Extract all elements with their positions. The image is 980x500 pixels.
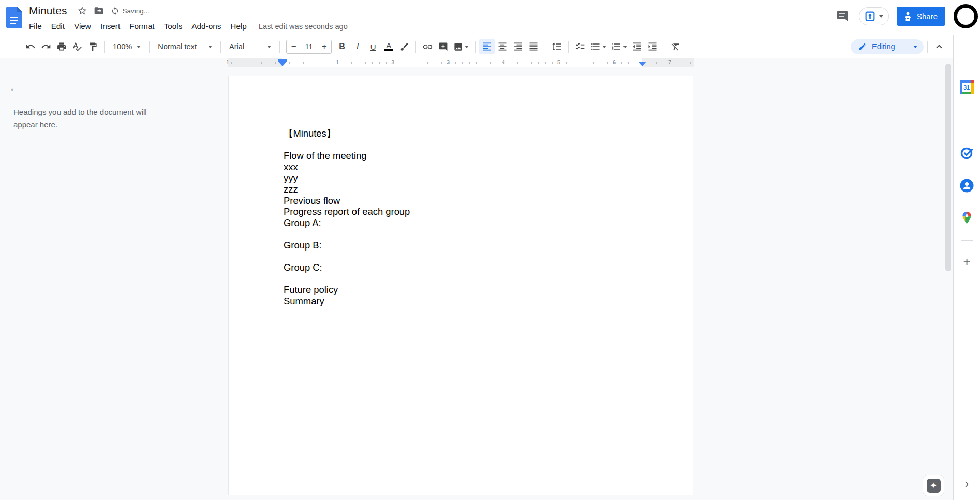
editing-mode-select[interactable]: Editing xyxy=(851,39,924,54)
right-indent-marker[interactable] xyxy=(638,62,646,66)
menu-help[interactable]: Help xyxy=(226,20,251,33)
doc-line[interactable]: zzz xyxy=(284,184,662,195)
calendar-day-label: 31 xyxy=(963,84,970,91)
doc-line[interactable] xyxy=(284,228,662,240)
menu-bar: File Edit View Insert Format Tools Add-o… xyxy=(24,19,348,34)
explore-button[interactable]: ✦ xyxy=(923,475,944,496)
menu-tools[interactable]: Tools xyxy=(159,20,187,33)
doc-line[interactable] xyxy=(284,273,662,285)
present-icon xyxy=(865,11,875,22)
align-right-button[interactable] xyxy=(510,39,526,54)
line-spacing-button[interactable] xyxy=(549,39,565,54)
add-comment-button[interactable] xyxy=(435,39,451,54)
ruler-number: 5 xyxy=(556,59,562,65)
toolbar: 100% Normal text Arial − 11 + B I U A Ed… xyxy=(0,35,953,58)
print-button[interactable] xyxy=(54,39,69,54)
menu-view[interactable]: View xyxy=(69,20,96,33)
insert-image-button[interactable] xyxy=(451,39,471,54)
font-size-value[interactable]: 11 xyxy=(301,40,317,53)
hide-side-panel-button[interactable]: › xyxy=(960,477,974,491)
font-size-control: − 11 + xyxy=(286,40,332,54)
keep-app-button[interactable] xyxy=(960,113,974,127)
contacts-app-button[interactable] xyxy=(960,179,974,193)
lock-person-icon xyxy=(903,11,913,21)
decrease-indent-button[interactable] xyxy=(629,39,645,54)
doc-line[interactable]: Future policy xyxy=(284,284,662,296)
bold-button[interactable]: B xyxy=(334,39,350,54)
menu-format[interactable]: Format xyxy=(125,20,159,33)
star-icon[interactable] xyxy=(76,4,89,18)
toolbar-separator xyxy=(475,41,476,53)
account-avatar[interactable] xyxy=(954,4,978,28)
doc-line[interactable]: Group A: xyxy=(284,217,662,229)
document-title[interactable]: Minutes xyxy=(29,5,67,17)
increase-font-size-button[interactable]: + xyxy=(317,40,331,53)
saving-label: Saving... xyxy=(123,7,150,15)
paint-format-button[interactable] xyxy=(85,39,100,54)
ruler[interactable]: 1 1 2 3 4 5 6 7 xyxy=(228,58,694,67)
get-add-ons-button[interactable]: + xyxy=(960,255,974,269)
hide-menus-button[interactable] xyxy=(931,39,947,54)
ruler-ticks xyxy=(228,62,694,64)
ruler-number: 6 xyxy=(611,59,617,65)
align-left-button[interactable] xyxy=(479,39,495,54)
clear-formatting-button[interactable] xyxy=(668,39,684,54)
spelling-check-button[interactable] xyxy=(69,39,85,54)
ruler-number: 2 xyxy=(390,59,396,65)
present-dropdown-arrow[interactable] xyxy=(879,15,883,20)
maps-app-button[interactable] xyxy=(960,211,974,225)
pencil-icon xyxy=(858,42,867,51)
document-text[interactable]: 【Minutes】 Flow of the meeting xxx yyy zz… xyxy=(284,128,662,307)
docs-logo-icon[interactable] xyxy=(6,7,22,28)
decrease-font-size-button[interactable]: − xyxy=(287,40,301,53)
open-comments-button[interactable] xyxy=(832,6,853,26)
italic-button[interactable]: I xyxy=(350,39,365,54)
increase-indent-button[interactable] xyxy=(645,39,660,54)
doc-line[interactable] xyxy=(284,251,662,262)
insert-link-button[interactable] xyxy=(420,39,435,54)
doc-line[interactable]: Group B: xyxy=(284,240,662,251)
doc-line[interactable]: 【Minutes】 xyxy=(284,128,662,139)
vertical-scrollbar[interactable] xyxy=(945,64,951,271)
doc-line[interactable]: Progress report of each group xyxy=(284,206,662,217)
highlight-color-button[interactable] xyxy=(396,39,412,54)
share-button[interactable]: Share xyxy=(897,7,945,26)
menu-insert[interactable]: Insert xyxy=(96,20,125,33)
editing-dropdown-arrow xyxy=(913,46,917,50)
explore-star-icon: ✦ xyxy=(930,481,937,490)
bulleted-list-button[interactable] xyxy=(588,39,608,54)
menu-file[interactable]: File xyxy=(24,20,47,33)
calendar-app-button[interactable]: 31 xyxy=(960,80,974,94)
align-center-button[interactable] xyxy=(495,39,510,54)
doc-line[interactable]: Previous flow xyxy=(284,195,662,207)
doc-line[interactable]: Summary xyxy=(284,296,662,307)
doc-line[interactable]: yyy xyxy=(284,172,662,184)
close-outline-button[interactable]: ← xyxy=(7,80,22,95)
justify-button[interactable] xyxy=(526,39,541,54)
toolbar-separator xyxy=(568,41,569,53)
doc-line[interactable]: Group C: xyxy=(284,262,662,273)
toolbar-separator xyxy=(279,41,280,53)
ruler-number: 1 xyxy=(225,59,231,65)
numbered-list-button[interactable] xyxy=(608,39,629,54)
checklist-button[interactable] xyxy=(572,39,588,54)
font-select[interactable]: Arial xyxy=(225,39,276,54)
zoom-select[interactable]: 100% xyxy=(108,39,145,54)
last-edit-link[interactable]: Last edit was seconds ago xyxy=(259,22,348,31)
doc-line[interactable]: Flow of the meeting xyxy=(284,150,662,161)
text-color-button[interactable]: A xyxy=(381,39,396,54)
underline-button[interactable]: U xyxy=(365,39,381,54)
doc-line[interactable]: xxx xyxy=(284,161,662,173)
redo-button[interactable] xyxy=(38,39,54,54)
tasks-app-button[interactable] xyxy=(960,146,974,160)
move-to-folder-icon[interactable] xyxy=(92,4,106,18)
menu-addons[interactable]: Add-ons xyxy=(187,20,226,33)
present-button[interactable] xyxy=(859,7,889,25)
doc-line[interactable] xyxy=(284,139,662,151)
toolbar-separator xyxy=(415,41,416,53)
paragraph-styles-select[interactable]: Normal text xyxy=(153,39,217,54)
left-indent-marker[interactable] xyxy=(278,62,287,66)
menu-edit[interactable]: Edit xyxy=(47,20,69,33)
document-page[interactable]: 【Minutes】 Flow of the meeting xxx yyy zz… xyxy=(228,76,693,495)
undo-button[interactable] xyxy=(23,39,38,54)
